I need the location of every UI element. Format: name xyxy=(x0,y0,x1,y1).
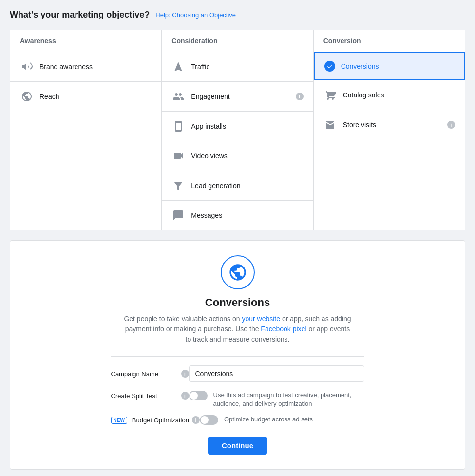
store-visits-info-icon[interactable]: i xyxy=(447,121,455,129)
split-test-info-icon[interactable]: i xyxy=(181,392,189,400)
new-badge: NEW xyxy=(111,417,127,424)
lead-generation-label: Lead generation xyxy=(191,182,240,190)
lead-icon xyxy=(171,179,185,192)
consideration-col: Traffic Engagement i xyxy=(162,52,313,230)
form-section: Campaign Name i Create Split Test i Use … xyxy=(111,356,364,455)
conversions-description: Get people to take valuable actions on y… xyxy=(123,314,352,344)
reach-icon xyxy=(20,90,34,103)
website-link[interactable]: your website xyxy=(242,315,280,323)
conversions-label: Conversions xyxy=(341,62,379,70)
pixel-link[interactable]: Facebook pixel xyxy=(261,325,306,333)
conversion-col: Conversions Catalog sales xyxy=(313,52,465,230)
budget-label-area: NEW Budget Optimization i xyxy=(111,415,200,424)
engagement-icon xyxy=(171,90,185,103)
obj-item-lead-generation[interactable]: Lead generation xyxy=(162,171,313,201)
objective-table: Awareness Consideration Conversion xyxy=(10,30,465,230)
bullhorn-icon xyxy=(20,60,34,74)
engagement-label: Engagement xyxy=(191,93,229,100)
app-installs-icon xyxy=(171,119,185,133)
col-header-consideration: Consideration xyxy=(162,30,313,52)
campaign-name-row: Campaign Name i xyxy=(111,356,364,382)
budget-info-icon[interactable]: i xyxy=(192,416,200,424)
obj-item-store-visits[interactable]: Store visits i xyxy=(314,110,465,139)
obj-item-video-views[interactable]: Video views xyxy=(162,141,313,171)
bottom-section: Conversions Get people to take valuable … xyxy=(10,240,465,470)
messages-icon xyxy=(171,209,185,222)
split-test-toggle[interactable] xyxy=(189,391,208,400)
col-header-awareness: Awareness xyxy=(10,30,162,52)
campaign-name-input[interactable] xyxy=(189,365,364,382)
selected-check-icon xyxy=(324,61,335,72)
split-test-label-area: Create Split Test i xyxy=(111,391,189,400)
globe-icon xyxy=(221,255,255,289)
reach-label: Reach xyxy=(39,93,59,100)
obj-item-catalog-sales[interactable]: Catalog sales xyxy=(314,80,465,110)
obj-item-app-installs[interactable]: App installs xyxy=(162,112,313,141)
obj-item-reach[interactable]: Reach xyxy=(10,82,161,111)
awareness-col: Brand awareness Reach xyxy=(10,52,162,230)
split-test-desc: Use this ad campaign to test creative, p… xyxy=(213,391,364,408)
traffic-icon xyxy=(171,60,185,74)
messages-label: Messages xyxy=(191,211,222,219)
split-test-row: Create Split Test i Use this ad campaign… xyxy=(111,391,364,408)
budget-optimization-toggle[interactable] xyxy=(200,415,218,425)
campaign-name-label: Campaign Name i xyxy=(111,370,189,378)
budget-optimization-row: NEW Budget Optimization i Optimize budge… xyxy=(111,415,364,425)
obj-item-brand-awareness[interactable]: Brand awareness xyxy=(10,52,161,82)
traffic-label: Traffic xyxy=(191,63,209,71)
page-title: What's your marketing objective? xyxy=(10,10,150,20)
page-title-row: What's your marketing objective? Help: C… xyxy=(10,10,465,20)
campaign-name-info-icon[interactable]: i xyxy=(181,370,189,378)
engagement-info-icon[interactable]: i xyxy=(296,93,304,100)
video-icon xyxy=(171,149,185,163)
conversions-section-title: Conversions xyxy=(205,296,270,309)
col-header-conversion: Conversion xyxy=(313,30,465,52)
obj-item-messages[interactable]: Messages xyxy=(162,201,313,230)
continue-button[interactable]: Continue xyxy=(208,437,267,455)
store-icon xyxy=(323,118,337,132)
obj-item-conversions[interactable]: Conversions xyxy=(314,52,465,80)
catalog-icon xyxy=(323,88,337,102)
app-installs-label: App installs xyxy=(191,122,226,130)
obj-item-traffic[interactable]: Traffic xyxy=(162,52,313,82)
video-views-label: Video views xyxy=(191,152,227,160)
catalog-sales-label: Catalog sales xyxy=(343,91,384,99)
budget-desc: Optimize budget across ad sets xyxy=(224,415,364,424)
store-visits-label: Store visits xyxy=(343,121,376,129)
help-link[interactable]: Help: Choosing an Objective xyxy=(155,11,236,19)
brand-awareness-label: Brand awareness xyxy=(39,63,93,71)
obj-item-engagement[interactable]: Engagement i xyxy=(162,82,313,112)
